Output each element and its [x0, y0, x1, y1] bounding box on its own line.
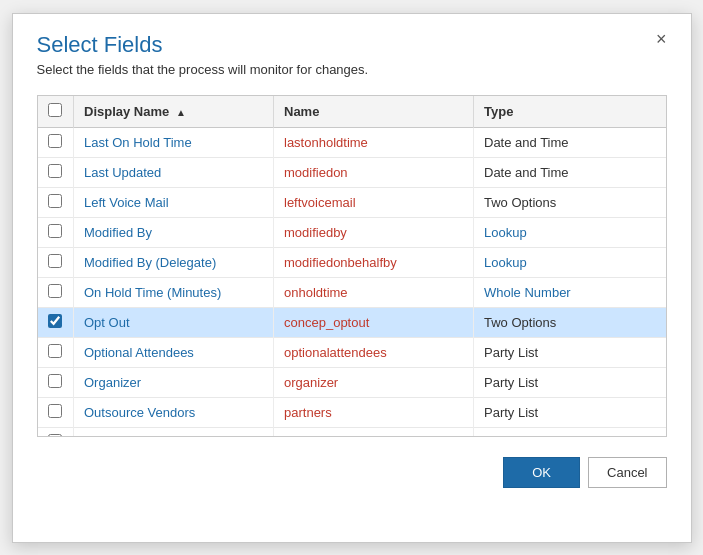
row-name: concep_optout [274, 307, 474, 337]
row-name: optionalattendees [274, 337, 474, 367]
header-name: Name [274, 96, 474, 128]
display-name-link[interactable]: On Hold Time (Minutes) [84, 285, 221, 300]
row-type: Date and Time [474, 157, 666, 187]
header-type: Type [474, 96, 666, 128]
display-name-link[interactable]: Left Voice Mail [84, 195, 169, 210]
row-type: Whole Number [474, 277, 666, 307]
row-checkbox-cell [38, 187, 74, 217]
row-checkbox[interactable] [48, 434, 62, 436]
table-row: Last On Hold TimelastonholdtimeDate and … [38, 127, 666, 157]
row-display-name[interactable]: Modified By (Delegate) [74, 247, 274, 277]
table-row: Optional AttendeesoptionalattendeesParty… [38, 337, 666, 367]
row-display-name[interactable]: Left Voice Mail [74, 187, 274, 217]
table-header-row: Display Name ▲ Name Type [38, 96, 666, 128]
display-name-link[interactable]: Owner [84, 435, 122, 436]
dialog-title: Select Fields [37, 32, 667, 58]
display-name-link[interactable]: Organizer [84, 375, 141, 390]
table-row: Modified BymodifiedbyLookup [38, 217, 666, 247]
dialog-subtitle: Select the fields that the process will … [37, 62, 667, 77]
row-checkbox-cell [38, 337, 74, 367]
row-type: Party List [474, 397, 666, 427]
table-row: Modified By (Delegate)modifiedonbehalfby… [38, 247, 666, 277]
row-checkbox[interactable] [48, 344, 62, 358]
display-name-link[interactable]: Modified By [84, 225, 152, 240]
cancel-button[interactable]: Cancel [588, 457, 666, 488]
display-name-link[interactable]: Modified By (Delegate) [84, 255, 216, 270]
row-type: Party List [474, 337, 666, 367]
row-checkbox[interactable] [48, 314, 62, 328]
display-name-link[interactable]: Optional Attendees [84, 345, 194, 360]
row-checkbox-cell [38, 277, 74, 307]
row-display-name[interactable]: Last Updated [74, 157, 274, 187]
row-checkbox[interactable] [48, 284, 62, 298]
row-type: Owner [474, 427, 666, 436]
row-display-name[interactable]: Optional Attendees [74, 337, 274, 367]
select-all-checkbox[interactable] [48, 103, 62, 117]
dialog-footer: OK Cancel [13, 447, 691, 506]
header-name-label: Name [284, 104, 319, 119]
row-type: Lookup [474, 217, 666, 247]
row-checkbox-cell [38, 307, 74, 337]
table-row: OrganizerorganizerParty List [38, 367, 666, 397]
display-name-link[interactable]: Last On Hold Time [84, 135, 192, 150]
fields-table: Display Name ▲ Name Type Last On Hold Ti… [38, 96, 666, 436]
display-name-link[interactable]: Last Updated [84, 165, 161, 180]
row-checkbox-cell [38, 127, 74, 157]
dialog-header: Select Fields Select the fields that the… [13, 14, 691, 77]
row-name: modifiedon [274, 157, 474, 187]
row-display-name[interactable]: Owner [74, 427, 274, 436]
row-name: organizer [274, 367, 474, 397]
sort-arrow-icon: ▲ [176, 107, 186, 118]
row-display-name[interactable]: Organizer [74, 367, 274, 397]
row-type: Party List [474, 367, 666, 397]
row-display-name[interactable]: Modified By [74, 217, 274, 247]
header-checkbox-cell [38, 96, 74, 128]
row-checkbox[interactable] [48, 254, 62, 268]
header-display-name-label: Display Name [84, 104, 169, 119]
row-display-name[interactable]: On Hold Time (Minutes) [74, 277, 274, 307]
header-display-name[interactable]: Display Name ▲ [74, 96, 274, 128]
row-type: Lookup [474, 247, 666, 277]
table-row: Last UpdatedmodifiedonDate and Time [38, 157, 666, 187]
row-checkbox[interactable] [48, 194, 62, 208]
display-name-link[interactable]: Outsource Vendors [84, 405, 195, 420]
row-checkbox-cell [38, 427, 74, 436]
table-body: Last On Hold TimelastonholdtimeDate and … [38, 127, 666, 436]
row-type: Two Options [474, 307, 666, 337]
row-checkbox-cell [38, 157, 74, 187]
row-name: onholdtime [274, 277, 474, 307]
display-name-link[interactable]: Opt Out [84, 315, 130, 330]
row-checkbox-cell [38, 217, 74, 247]
fields-table-container: Display Name ▲ Name Type Last On Hold Ti… [37, 95, 667, 437]
row-type: Date and Time [474, 127, 666, 157]
row-name: ownerid [274, 427, 474, 436]
row-name: modifiedonbehalfby [274, 247, 474, 277]
row-checkbox[interactable] [48, 224, 62, 238]
table-scroll[interactable]: Display Name ▲ Name Type Last On Hold Ti… [38, 96, 666, 436]
row-checkbox[interactable] [48, 164, 62, 178]
row-checkbox[interactable] [48, 404, 62, 418]
row-name: modifiedby [274, 217, 474, 247]
row-checkbox-cell [38, 397, 74, 427]
row-name: lastonholdtime [274, 127, 474, 157]
row-checkbox[interactable] [48, 134, 62, 148]
ok-button[interactable]: OK [503, 457, 580, 488]
row-display-name[interactable]: Opt Out [74, 307, 274, 337]
header-type-label: Type [484, 104, 513, 119]
row-display-name[interactable]: Last On Hold Time [74, 127, 274, 157]
row-type: Two Options [474, 187, 666, 217]
row-checkbox-cell [38, 367, 74, 397]
table-row: On Hold Time (Minutes)onholdtimeWhole Nu… [38, 277, 666, 307]
row-checkbox-cell [38, 247, 74, 277]
row-display-name[interactable]: Outsource Vendors [74, 397, 274, 427]
table-row: Opt Outconcep_optoutTwo Options [38, 307, 666, 337]
row-checkbox[interactable] [48, 374, 62, 388]
table-row: OwnerowneridOwner [38, 427, 666, 436]
table-row: Outsource VendorspartnersParty List [38, 397, 666, 427]
row-name: leftvoicemail [274, 187, 474, 217]
select-fields-dialog: Select Fields Select the fields that the… [12, 13, 692, 543]
close-button[interactable]: × [650, 28, 673, 50]
row-name: partners [274, 397, 474, 427]
table-row: Left Voice MailleftvoicemailTwo Options [38, 187, 666, 217]
